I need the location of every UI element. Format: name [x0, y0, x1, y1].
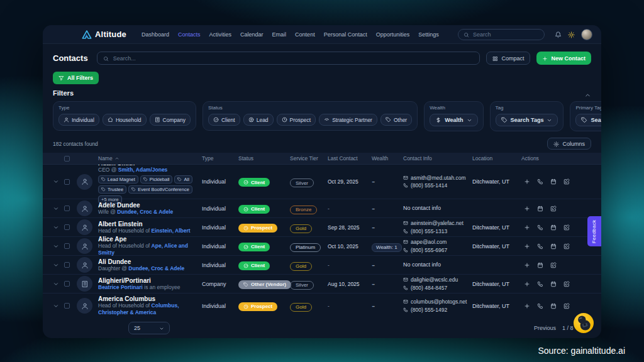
filter-option-prospect[interactable]: Prospect: [277, 114, 316, 126]
filter-option-company[interactable]: Company: [150, 114, 191, 126]
contact-name[interactable]: Albert Einstein: [98, 221, 198, 228]
related-entity-link[interactable]: Dundee, Croc & Adele: [128, 265, 184, 272]
plus-icon[interactable]: [524, 303, 530, 309]
contact-email[interactable]: asmith@med.utah.com: [403, 174, 472, 182]
action-calendar-button[interactable]: [550, 303, 557, 309]
brand[interactable]: Altitude: [82, 30, 126, 39]
table-row-albert-einstein[interactable]: Albert EinsteinHead of Household of Eins…: [43, 218, 601, 237]
column-header-status[interactable]: Status: [238, 155, 290, 162]
contact-email[interactable]: aape@aol.com: [403, 238, 472, 246]
contact-email[interactable]: aeinstein@yalefac.net: [403, 219, 472, 227]
related-entity-link[interactable]: Einstein, Albert: [152, 228, 191, 234]
nav-item-email[interactable]: Email: [272, 31, 287, 38]
compact-button[interactable]: Compact: [486, 52, 530, 65]
column-header-name[interactable]: Name: [98, 155, 202, 162]
edit-icon[interactable]: [550, 262, 557, 268]
nav-item-activities[interactable]: Activities: [209, 31, 232, 38]
expand-row-button chevron-down-icon[interactable]: [53, 178, 64, 185]
nav-item-settings[interactable]: Settings: [418, 31, 439, 38]
expand-row-button chevron-down-icon[interactable]: [53, 303, 64, 309]
plus-icon[interactable]: [524, 178, 530, 185]
row-checkbox[interactable]: [64, 224, 70, 230]
filter-option-strategic-partner[interactable]: Strategic Partner: [319, 114, 377, 126]
collapse-filters-button chevron-up-icon[interactable]: [584, 89, 591, 101]
plus-icon[interactable]: [524, 243, 530, 250]
contact-name[interactable]: Ali Dundee: [98, 258, 198, 265]
action-edit-button[interactable]: [564, 178, 570, 185]
action-edit-button[interactable]: [564, 243, 570, 250]
calendar-icon[interactable]: [550, 281, 557, 287]
contact-email[interactable]: columbus@photogs.net: [403, 298, 472, 305]
contact-email[interactable]: dalighie@wcslc.edu: [403, 276, 472, 283]
filter-option-individual[interactable]: Individual: [58, 114, 99, 126]
tag-chip[interactable]: Trustee: [98, 185, 126, 194]
expand-row-button chevron-down-icon[interactable]: [53, 281, 64, 287]
filter-dropdown-wealth[interactable]: Wealth: [430, 114, 477, 126]
filter-option-client[interactable]: Client: [208, 114, 240, 126]
nav-item-content[interactable]: Content: [295, 31, 315, 38]
table-row-adele-dundee[interactable]: Adele DundeeWife @ Dundee, Croc & AdeleI…: [43, 199, 601, 218]
action-phone-button[interactable]: [537, 178, 543, 185]
calendar-icon[interactable]: [550, 243, 557, 250]
contact-name[interactable]: Alice Ape: [98, 236, 198, 243]
contact-name[interactable]: America Columbus: [98, 295, 198, 302]
action-edit-button[interactable]: [550, 206, 557, 212]
plus-icon[interactable]: [524, 281, 530, 287]
phone-icon[interactable]: [537, 243, 543, 250]
edit-icon[interactable]: [550, 206, 557, 212]
action-plus-button[interactable]: [524, 303, 530, 309]
expand-row-button chevron-down-icon[interactable]: [53, 262, 64, 268]
feedback-tab[interactable]: Feedback: [587, 216, 601, 246]
contact-phone[interactable]: (800) 555-6967: [403, 246, 472, 254]
plus-icon[interactable]: [524, 262, 530, 268]
table-row-ali-dundee[interactable]: Ali DundeeDaughter @ Dundee, Croc & Adel…: [43, 256, 601, 275]
contact-name[interactable]: Alighieri/Portinari: [98, 277, 198, 284]
action-plus-button[interactable]: [524, 262, 530, 268]
nav-item-dashboard[interactable]: Dashboard: [142, 31, 169, 38]
table-row-alice-ape[interactable]: Alice ApeHead of Household of Ape, Alice…: [43, 237, 601, 256]
chevron-down-icon[interactable]: [53, 262, 59, 268]
row-checkbox[interactable]: [64, 206, 70, 211]
chevron-down-icon[interactable]: [53, 206, 59, 212]
action-phone-button[interactable]: [537, 303, 543, 309]
action-calendar-button[interactable]: [550, 178, 557, 185]
contacts-search-input[interactable]: [113, 55, 474, 62]
column-header-service-tier[interactable]: Service Tier: [290, 155, 328, 162]
calendar-icon[interactable]: [550, 303, 557, 309]
calendar-icon[interactable]: [537, 262, 543, 268]
theme-toggle-sun-icon[interactable]: [568, 29, 575, 40]
contacts-search[interactable]: [97, 52, 480, 65]
action-plus-button[interactable]: [524, 243, 530, 250]
contact-phone[interactable]: (800) 555-1414: [403, 182, 472, 189]
chevron-down-icon[interactable]: [53, 243, 59, 250]
calendar-icon[interactable]: [550, 224, 557, 231]
filter-dropdown-primary-tag[interactable]: Search Tags: [575, 114, 601, 126]
tag-chip[interactable]: All: [174, 175, 192, 184]
action-calendar-button[interactable]: [550, 243, 557, 250]
related-entity-link[interactable]: Beatrice Portinari: [98, 284, 143, 290]
edit-icon[interactable]: [564, 224, 570, 231]
related-entity-link[interactable]: Columbus, Christopher & America: [98, 302, 179, 315]
chevron-down-icon[interactable]: [53, 303, 59, 309]
edit-icon[interactable]: [564, 281, 570, 287]
chevron-down-icon[interactable]: [53, 281, 59, 287]
phone-icon[interactable]: [537, 224, 543, 231]
tag-chip[interactable]: Pickleball: [140, 175, 173, 184]
filter-dropdown-tag[interactable]: Search Tags: [496, 114, 558, 126]
table-row-alighieri-portinari[interactable]: Alighieri/PortinariBeatrice Portinari is…: [43, 275, 601, 293]
column-header-contact-info[interactable]: Contact Info: [403, 155, 472, 162]
phone-icon[interactable]: [537, 178, 543, 185]
column-header-type[interactable]: Type: [202, 155, 238, 162]
nav-item-contacts[interactable]: Contacts: [178, 31, 201, 38]
action-phone-button[interactable]: [537, 281, 543, 287]
plus-icon[interactable]: [524, 224, 530, 231]
column-header-location[interactable]: Location: [472, 155, 521, 162]
calendar-icon[interactable]: [537, 206, 543, 212]
related-entity-link[interactable]: Dundee, Croc & Adele: [117, 209, 173, 215]
plus-icon[interactable]: [524, 206, 530, 212]
mascot-widget gorilla-icon[interactable]: [572, 312, 595, 334]
action-calendar-button[interactable]: [550, 281, 557, 287]
edit-icon[interactable]: [564, 303, 570, 309]
calendar-icon[interactable]: [550, 178, 557, 185]
action-plus-button[interactable]: [524, 178, 530, 185]
